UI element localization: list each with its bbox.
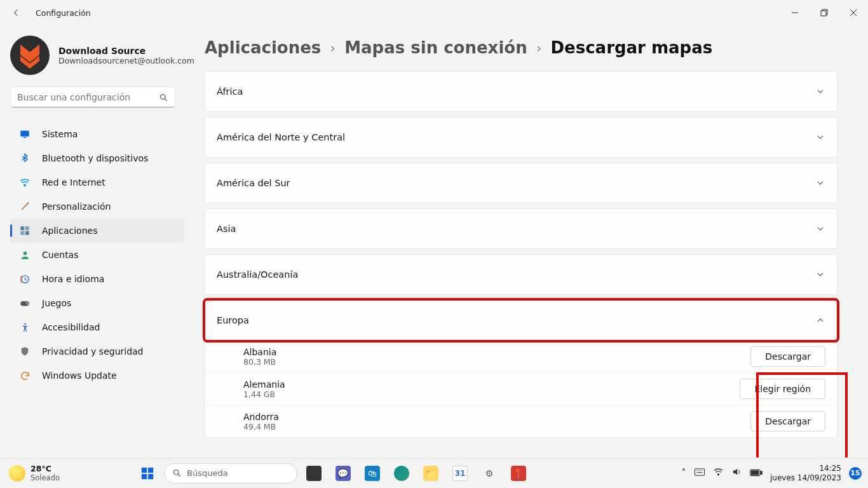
continent-label: Europa	[217, 315, 249, 325]
continent-label: Asia	[217, 224, 236, 234]
sidebar-item-juegos[interactable]: Juegos	[10, 291, 184, 315]
chat-button[interactable]: 💬	[330, 461, 356, 486]
wifi-icon[interactable]	[713, 466, 724, 480]
tray-overflow-icon[interactable]: ˄	[681, 467, 686, 479]
volume-icon[interactable]	[731, 466, 742, 480]
svg-rect-17	[142, 467, 147, 472]
breadcrumb-mapas[interactable]: Mapas sin conexión	[344, 38, 527, 57]
sidebar-item-windowsupdate[interactable]: Windows Update	[10, 363, 184, 388]
svg-rect-26	[751, 471, 759, 475]
taskview-button[interactable]	[301, 461, 327, 486]
svg-point-16	[24, 323, 26, 325]
svg-rect-1	[821, 11, 826, 16]
sidebar-item-sistema[interactable]: Sistema	[10, 122, 184, 146]
close-button[interactable]	[839, 0, 868, 25]
country-name: Alemania	[243, 379, 285, 390]
chevron-down-icon	[815, 224, 825, 234]
sidebar-item-label: Sistema	[42, 129, 78, 139]
sidebar: Download Source Downloadsourcenet@outloo…	[0, 25, 192, 458]
person-icon	[19, 249, 31, 261]
store-button[interactable]: 🛍	[360, 461, 385, 486]
chevron-down-icon	[815, 132, 825, 142]
update-icon	[19, 370, 31, 381]
sidebar-item-bluetooth[interactable]: Bluetooth y dispositivos	[10, 146, 184, 170]
minimize-button[interactable]	[780, 0, 810, 25]
sidebar-item-label: Accesibilidad	[42, 322, 100, 332]
start-button[interactable]	[135, 461, 160, 486]
continent-africa[interactable]: África	[205, 71, 837, 112]
sidebar-item-aplicaciones[interactable]: Aplicaciones	[10, 219, 184, 243]
sidebar-item-label: Windows Update	[42, 370, 117, 381]
system-tray: ˄ 14:25 jueves 14/09/2023 15	[681, 464, 868, 482]
search-icon	[159, 93, 168, 102]
sidebar-item-label: Red e Internet	[42, 177, 105, 187]
table-row: Albania 80,3 MB Descargar	[205, 341, 837, 372]
maps-button[interactable]: 📍	[506, 461, 531, 486]
svg-rect-8	[25, 226, 29, 230]
svg-rect-22	[695, 469, 704, 476]
clock-time: 14:25	[770, 464, 841, 473]
calendar-button[interactable]: 31	[447, 461, 473, 486]
svg-rect-10	[25, 231, 29, 235]
continent-europa[interactable]: Europa	[205, 300, 837, 341]
sun-icon	[9, 465, 25, 482]
choose-region-button[interactable]: Elegir región	[740, 379, 825, 399]
chevron-right-icon: ›	[330, 40, 336, 56]
breadcrumb: Aplicaciones › Mapas sin conexión › Desc…	[205, 38, 843, 57]
sidebar-item-hora[interactable]: Hora e idioma	[10, 267, 184, 291]
maximize-button[interactable]	[810, 0, 839, 25]
continent-australia[interactable]: Australia/Oceanía	[205, 254, 837, 295]
breadcrumb-aplicaciones[interactable]: Aplicaciones	[205, 38, 321, 57]
sidebar-item-accesibilidad[interactable]: Accesibilidad	[10, 315, 184, 339]
svg-point-6	[24, 184, 25, 186]
svg-rect-25	[761, 471, 762, 475]
back-icon[interactable]	[11, 8, 22, 18]
sidebar-item-personalizacion[interactable]: Personalización	[10, 194, 184, 219]
explorer-button[interactable]: 📁	[418, 461, 444, 486]
taskbar: 28°C Soleado Búsqueda 💬 🛍 📁 31 ⚙ 📍 ˄ 14:…	[0, 458, 868, 488]
account-block[interactable]: Download Source Downloadsourcenet@outloo…	[10, 36, 184, 75]
sidebar-item-label: Privacidad y seguridad	[42, 346, 144, 356]
battery-icon[interactable]	[750, 467, 763, 479]
continent-label: Australia/Oceanía	[217, 269, 298, 280]
search-box[interactable]	[10, 86, 175, 108]
sidebar-item-cuentas[interactable]: Cuentas	[10, 243, 184, 267]
settings-button[interactable]: ⚙	[477, 461, 502, 486]
svg-point-3	[161, 94, 166, 99]
sidebar-item-label: Juegos	[42, 298, 71, 308]
svg-point-23	[717, 474, 719, 475]
country-size: 80,3 MB	[243, 357, 276, 367]
table-row: Andorra 49,4 MB Descargar	[205, 405, 837, 437]
keyboard-icon[interactable]	[694, 467, 705, 479]
notification-badge[interactable]: 15	[849, 467, 862, 480]
continent-label: África	[217, 86, 243, 97]
download-button[interactable]: Descargar	[750, 346, 825, 367]
taskbar-clock[interactable]: 14:25 jueves 14/09/2023	[770, 464, 841, 482]
sidebar-item-privacidad[interactable]: Privacidad y seguridad	[10, 339, 184, 363]
paintbrush-icon	[19, 201, 31, 212]
main-content: Aplicaciones › Mapas sin conexión › Desc…	[192, 25, 868, 458]
search-input[interactable]	[17, 92, 159, 102]
country-size: 49,4 MB	[243, 422, 279, 431]
accessibility-icon	[19, 322, 31, 333]
svg-rect-5	[24, 137, 27, 139]
account-email: Downloadsourcenet@outlook.com	[58, 56, 194, 65]
download-button[interactable]: Descargar	[750, 411, 825, 431]
account-name: Download Source	[58, 46, 194, 56]
svg-rect-19	[142, 473, 147, 478]
continent-america-sur[interactable]: América del Sur	[205, 163, 837, 203]
svg-rect-4	[20, 131, 29, 137]
avatar	[10, 36, 50, 75]
edge-button[interactable]	[389, 461, 414, 486]
continent-asia[interactable]: Asia	[205, 208, 837, 249]
taskbar-search-placeholder: Búsqueda	[187, 468, 228, 478]
continent-america-norte[interactable]: América del Norte y Central	[205, 117, 837, 158]
shield-icon	[19, 346, 31, 357]
weather-temp: 28°C	[31, 464, 60, 473]
country-name: Andorra	[243, 412, 279, 422]
breadcrumb-current: Descargar mapas	[550, 38, 712, 57]
taskbar-search[interactable]: Búsqueda	[164, 463, 297, 484]
taskbar-weather[interactable]: 28°C Soleado	[9, 464, 60, 482]
sidebar-item-red[interactable]: Red e Internet	[10, 170, 184, 194]
gamepad-icon	[19, 297, 31, 309]
